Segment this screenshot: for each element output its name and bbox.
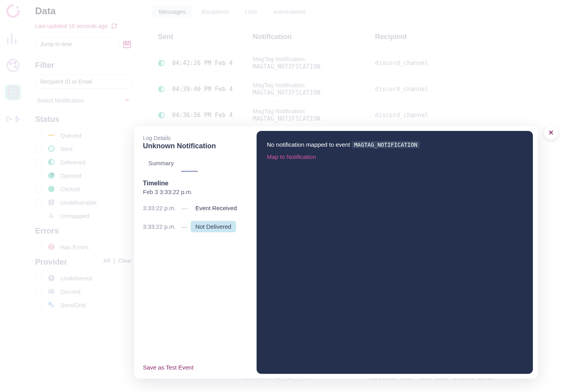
modal-title: Unknown Notification [143, 142, 248, 150]
modal-tab-summary[interactable]: Summary [143, 157, 179, 172]
event-code: MAGTAG_NOTIFICATION [352, 141, 420, 148]
timeline-heading: Timeline [143, 180, 248, 187]
modal-detail-panel: No notification mapped to event MAGTAG_N… [257, 131, 533, 374]
log-details-modal: Log Details Unknown Notification Summary… [134, 126, 538, 379]
map-to-notification-link[interactable]: Map to Notification [267, 153, 523, 160]
timeline-row: 3:33:22 p.m. — Event Received [143, 202, 248, 214]
modal-kicker: Log Details [143, 135, 248, 141]
timeline-row[interactable]: 3:33:22 p.m. — Not Delivered [143, 221, 248, 232]
no-mapping-message: No notification mapped to event [267, 141, 352, 148]
save-as-test-event-link[interactable]: Save as Test Event [143, 364, 193, 371]
timeline-timestamp: Feb 3 3:33:22 p.m. [143, 189, 248, 195]
close-icon [548, 129, 555, 136]
close-modal-button[interactable] [544, 125, 558, 140]
tab-indicator [181, 171, 198, 172]
